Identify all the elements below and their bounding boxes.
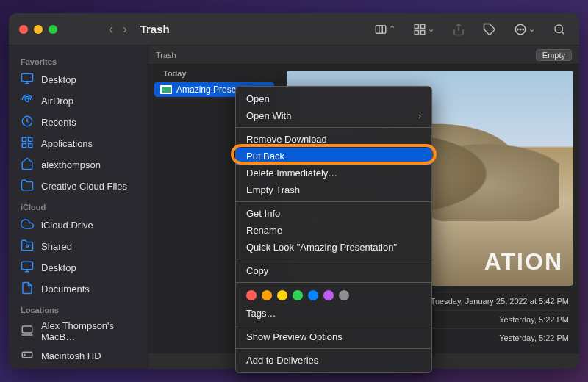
view-columns-button[interactable]: ⌃	[374, 23, 395, 36]
menu-item[interactable]: Delete Immediately…	[236, 165, 431, 181]
forward-button[interactable]: ›	[123, 23, 126, 36]
sidebar-item-label: iCloud Drive	[41, 220, 93, 231]
menu-separator	[236, 348, 431, 349]
svg-point-17	[26, 98, 29, 102]
sidebar-item[interactable]: AirDrop	[9, 90, 148, 112]
sidebar-item-label: Documents	[41, 284, 90, 295]
menu-item[interactable]: Remove Download	[236, 131, 431, 148]
sidebar-item[interactable]: Recents	[9, 112, 148, 133]
menu-item[interactable]: Get Info	[236, 205, 431, 222]
zoom-button[interactable]	[49, 25, 57, 34]
laptop-icon	[21, 324, 34, 339]
menu-item[interactable]: Open	[236, 90, 431, 107]
tag-color-dot[interactable]	[277, 290, 287, 300]
sidebar-section-header: Favorites	[9, 51, 148, 69]
svg-point-30	[24, 354, 26, 356]
titlebar: ‹ › Trash ⌃ ⌄ ⌄	[9, 13, 579, 46]
search-button[interactable]	[553, 23, 566, 36]
sidebar-item[interactable]: Desktop	[9, 69, 148, 90]
sidebar-item[interactable]: Shared	[9, 236, 148, 257]
desktop-icon	[21, 72, 34, 87]
back-button[interactable]: ‹	[109, 23, 112, 36]
menu-item[interactable]: Tags…	[236, 305, 431, 322]
menu-item[interactable]: Rename	[236, 222, 431, 239]
menu-item[interactable]: Show Preview Options	[236, 328, 431, 345]
sidebar-item[interactable]: Applications	[9, 133, 148, 154]
svg-rect-6	[421, 30, 425, 34]
sidebar-item-label: Recents	[41, 117, 76, 128]
list-group-header: Today	[148, 65, 280, 82]
sidebar-item-label: Creative Cloud Files	[41, 181, 127, 192]
sidebar-item-label: alexthompson	[41, 159, 101, 170]
doc-icon	[21, 281, 34, 297]
sidebar-item-label: Desktop	[41, 262, 76, 273]
sidebar-item[interactable]: Alex Thompson's MacB…	[9, 317, 148, 345]
close-button[interactable]	[19, 25, 28, 34]
sidebar-item[interactable]: Documents	[9, 278, 148, 300]
sidebar-item[interactable]: alexthompson	[9, 154, 148, 176]
apps-icon	[21, 136, 34, 151]
menu-item[interactable]: Empty Trash	[236, 181, 431, 198]
clock-icon	[21, 115, 34, 130]
sidebar-item-label: Shared	[41, 241, 72, 252]
window-title: Trash	[140, 23, 170, 35]
action-button[interactable]: ⌄	[514, 23, 535, 36]
svg-rect-27	[22, 326, 32, 333]
file-icon	[160, 85, 172, 94]
shared-icon	[21, 239, 34, 254]
chevron-right-icon: ›	[418, 111, 421, 121]
svg-rect-21	[22, 144, 26, 148]
folder-icon	[21, 179, 34, 194]
sidebar-section-header: iCloud	[9, 197, 148, 215]
menu-item[interactable]: Quick Look "Amazing Presentation"	[236, 239, 431, 256]
sidebar-item[interactable]: Network	[9, 367, 148, 369]
sidebar-item-label: Desktop	[41, 74, 76, 85]
menu-separator	[236, 325, 431, 325]
tag-color-dot[interactable]	[293, 290, 303, 300]
cloud-icon	[21, 217, 34, 233]
menu-item[interactable]: Copy	[236, 262, 431, 279]
svg-point-10	[517, 29, 519, 30]
empty-trash-button[interactable]: Empty	[536, 49, 572, 61]
svg-rect-19	[22, 137, 26, 141]
sidebar-item[interactable]: Creative Cloud Files	[9, 176, 148, 197]
svg-point-9	[520, 29, 521, 30]
nav-arrows: ‹ ›	[109, 23, 127, 36]
group-button[interactable]: ⌄	[413, 23, 434, 36]
svg-rect-5	[415, 30, 418, 34]
tag-color-dot[interactable]	[339, 290, 349, 300]
tag-color-row	[236, 286, 431, 305]
menu-item[interactable]: Put Back	[236, 148, 431, 165]
window-controls	[9, 25, 68, 34]
minimize-button[interactable]	[34, 25, 43, 34]
tag-color-dot[interactable]	[323, 290, 334, 300]
airdrop-icon	[21, 93, 34, 109]
sidebar-item[interactable]: Desktop	[9, 257, 148, 278]
tag-color-dot[interactable]	[262, 290, 272, 300]
svg-rect-22	[29, 144, 32, 148]
sidebar-item-label: AirDrop	[41, 96, 74, 107]
sidebar-item-label: Macintosh HD	[41, 350, 101, 361]
desktop-icon	[21, 260, 34, 275]
menu-item[interactable]: Add to Deliveries	[236, 352, 431, 369]
context-menu: OpenOpen With›Remove DownloadPut BackDel…	[235, 86, 432, 373]
tags-button[interactable]	[483, 23, 496, 36]
svg-point-11	[523, 29, 524, 30]
menu-separator	[236, 127, 431, 128]
tag-color-dot[interactable]	[308, 290, 318, 300]
svg-rect-24	[22, 262, 33, 270]
toolbar: ⌃ ⌄ ⌄	[374, 23, 579, 36]
sidebar-item-label: Applications	[41, 138, 93, 149]
sidebar-item[interactable]: iCloud Drive	[9, 215, 148, 236]
svg-point-12	[555, 25, 563, 33]
sidebar-item[interactable]: Macintosh HD	[9, 345, 148, 367]
sidebar-item-label: Alex Thompson's MacB…	[41, 320, 136, 342]
sidebar: FavoritesDesktopAirDropRecentsApplicatio…	[9, 46, 148, 369]
preview-watermark: ATION	[484, 248, 563, 275]
svg-rect-3	[415, 24, 418, 28]
menu-separator	[236, 201, 431, 202]
tag-color-dot[interactable]	[246, 290, 257, 300]
menu-item[interactable]: Open With›	[236, 107, 431, 124]
disk-icon	[21, 348, 34, 364]
share-button[interactable]	[452, 23, 465, 36]
